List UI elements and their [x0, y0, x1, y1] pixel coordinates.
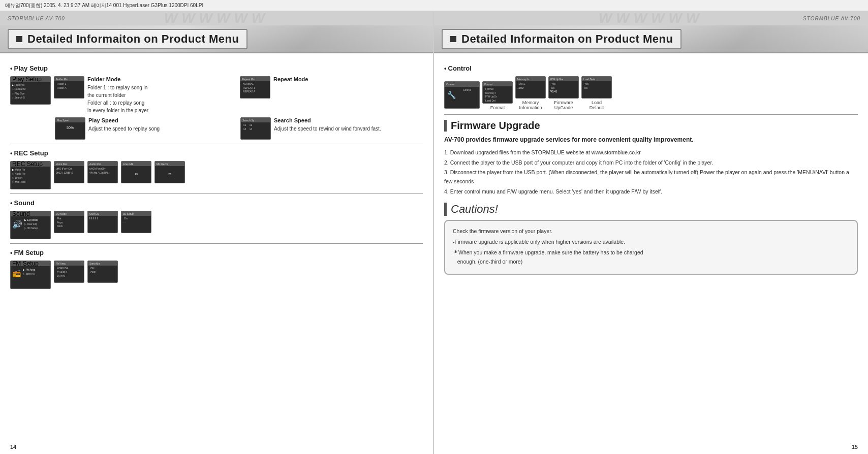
fm-setup-header: FM Setup — [10, 249, 423, 256]
eq-mode-screen: EQ Mode Flat Pops Rock — [54, 211, 84, 233]
corner-square-left — [16, 36, 22, 42]
cautions-box: Check the firmware version of your playe… — [444, 220, 858, 275]
snd-body: 🔊 ▶ EQ Mode ▷ User EQ ▷ 3D Setup — [11, 216, 50, 233]
format-screen: Format Format Memory I F/W UpGr Load Del — [482, 81, 513, 104]
stm-body: ON OFF — [88, 266, 117, 275]
mic-rec-screen: Mic Recor 23 — [154, 161, 185, 183]
ps-screen-body: ▶ Folder M ▷ Repeat M ▷ Play Spe ▷ Searc… — [11, 82, 50, 101]
fm-screen-body: Folder 1 Folder A — [54, 81, 84, 91]
rm-screen-body: NORMAL REPEAT 1 REPEAT A — [240, 81, 270, 95]
firmware-subtitle: AV-700 provides firmware upgrade service… — [444, 136, 858, 144]
page-number-right: 15 — [852, 444, 858, 450]
caution-line-1: Check the firmware version of your playe… — [453, 227, 849, 236]
ueq-header: User EQ — [88, 211, 117, 216]
ld-header: Load Deta — [582, 77, 611, 81]
brand-right: STORMBLUE AV-700 — [803, 16, 860, 21]
fw-header: F/W UpGra — [549, 77, 578, 81]
pspd-body: 50% — [55, 122, 85, 132]
left-title-banner: Detailed Informaiton on Product Menu — [0, 25, 433, 53]
ueq-body: ▌▌▌▌▌ — [88, 216, 117, 221]
rm-screen-header: Repeat Mo — [240, 77, 270, 81]
control-screens-row: Control 🔧 Control — [444, 76, 858, 110]
repeat-mode-desc: Repeat Mode — [273, 76, 423, 84]
firmware-steps: 1. Download upgraded files from the STOR… — [444, 148, 858, 197]
folder-mode-title: Folder Mode — [87, 76, 237, 82]
ctrl-body: 🔧 Control — [445, 87, 479, 103]
page-right: WWWWWW STORMBLUE AV-700 Detailed Informa… — [434, 11, 868, 454]
fm-main-screen: FM Setup 📻 ▶ FM Area ▷ Stero M — [10, 261, 51, 289]
left-header-band: STORMBLUE AV-700 WWWWWW — [0, 11, 433, 25]
play-setup-row: Play Setup ▶ Folder M ▷ Repeat M ▷ Play … — [10, 76, 423, 114]
ss-header: Search Sp — [241, 118, 270, 122]
fma-header: FM Area — [54, 261, 84, 266]
vr-header: Voice Rec — [54, 161, 84, 166]
play-speed-title: Play Speed — [88, 117, 237, 123]
eq-header: EQ Mode — [54, 211, 84, 216]
li-header: Line in R — [121, 161, 151, 166]
ps-screen-header: Play Setup — [11, 77, 50, 82]
firmware-step-4: 4. Enter control munu and F/W upgrade me… — [444, 187, 858, 197]
sound-header: Sound — [10, 199, 423, 207]
ctrl-text: Control — [456, 88, 478, 102]
mr-header: Mic Recor — [155, 161, 184, 166]
fm-setup-row: FM Setup 📻 ▶ FM Area ▷ Stero M FM Area — [10, 261, 423, 289]
rec-header: REC Setup — [11, 161, 50, 167]
brand-left: STORMBLUE AV-700 — [8, 16, 65, 21]
play-speed-text: Adjust the speed to replay song — [88, 125, 237, 133]
mem-header: Memory In — [516, 77, 545, 81]
format-label: Format — [482, 105, 513, 110]
li-body: 23 — [121, 166, 151, 183]
memory-screen: Memory In TOTAL 128M — [515, 76, 546, 99]
audio-rec-screen: Audio Rec uHO tFon tOrr 44KHz / 128BPS — [87, 161, 118, 183]
folder-mode-text: Folder 1 : to replay song inthe current … — [87, 84, 237, 114]
ar-body: uHO tFon tOrr 44KHz / 128BPS — [88, 166, 117, 176]
print-bar: 메뉴얼700(종합) 2005. 4. 23 9:37 AM 페이지14 001… — [0, 0, 868, 11]
play-setup-header: Play Setup — [10, 64, 423, 72]
cautions-title: Cautions! — [444, 203, 858, 216]
search-speed-desc: Search Speed Adjust the speed to rewind … — [274, 117, 423, 133]
right-divider-1 — [444, 114, 858, 115]
divider-2 — [10, 193, 423, 194]
watermark-right: WWWWWW — [599, 11, 704, 25]
corner-square-right — [450, 36, 456, 42]
control-screen-item-fw: F/W UpGra Yes No V0.41 FirmwareUpGrade — [548, 76, 579, 110]
user-eq-screen: User EQ ▌▌▌▌▌ — [87, 211, 118, 233]
fw-body: Yes No V0.41 — [549, 81, 578, 95]
folder-mode-desc: Folder Mode Folder 1 : to replay song in… — [87, 76, 237, 114]
fm-screen-header: Folder Mo — [54, 77, 84, 81]
eq-body: Flat Pops Rock — [54, 216, 84, 230]
fms-body: 📻 ▶ FM Area ▷ Stero M — [11, 266, 50, 280]
rec-setup-header: REC Setup — [10, 149, 423, 157]
firmware-section: Firmware Upgrade AV-700 provides firmwar… — [444, 120, 858, 197]
snd-header: Sound — [11, 211, 50, 216]
firmware-step-2: 2. Connect the player to the USB port of… — [444, 158, 858, 168]
right-page-content: Control Control 🔧 Control — [434, 53, 868, 281]
pspd-header: Play Spee — [55, 118, 85, 122]
fmt-header: Format — [483, 82, 512, 86]
ctrl-top-bar: Control — [445, 82, 479, 87]
rec-body: ▶ Voice Re ▷ Audio Re ▷ Line in ▷ Mic Re… — [11, 167, 50, 185]
search-speed-title: Search Speed — [274, 117, 423, 123]
main-wrapper: STORMBLUE AV-700 WWWWWW Detailed Informa… — [0, 11, 868, 454]
divider-1 — [10, 144, 423, 144]
page-number-left: 14 — [10, 444, 16, 450]
repeat-mode-title: Repeat Mode — [273, 76, 423, 82]
fm-area-screen: FM Area KOR/USA CHA/EU JAPAN — [54, 261, 84, 283]
search-speed-screen: Search Sp x1 x2 x4 x4 — [240, 117, 271, 140]
fma-body: KOR/USA CHA/EU JAPAN — [54, 266, 84, 279]
ld-body: Yes No — [582, 81, 611, 91]
caution-line-2: -Firmware upgrade is applicable only whe… — [453, 238, 849, 247]
left-title-text: Detailed Informaiton on Product Menu — [27, 33, 239, 46]
control-main-screen: Control 🔧 Control — [444, 81, 480, 109]
print-bar-text: 메뉴얼700(종합) 2005. 4. 23 9:37 AM 페이지14 001… — [5, 2, 203, 9]
firmware-step-3: 3. Disconnect the player from the USB po… — [444, 168, 858, 186]
3d-setup-screen: 3D Setup On - - - — [121, 211, 151, 233]
fmt-body: Format Memory I F/W UpGr Load Del — [483, 86, 512, 104]
play-speed-screen: Play Spee 50% — [55, 117, 85, 140]
left-title-box: Detailed Informaiton on Product Menu — [8, 29, 247, 49]
rec-setup-row: REC Setup ▶ Voice Re ▷ Audio Re ▷ Line i… — [10, 161, 423, 189]
sound-row: Sound 🔊 ▶ EQ Mode ▷ User EQ ▷ 3D Setup — [10, 211, 423, 239]
watermark-left: WWWWWW — [164, 11, 269, 25]
line-in-screen: Line in R 23 — [121, 161, 151, 183]
firmware-title: Firmware Upgrade — [444, 120, 858, 132]
